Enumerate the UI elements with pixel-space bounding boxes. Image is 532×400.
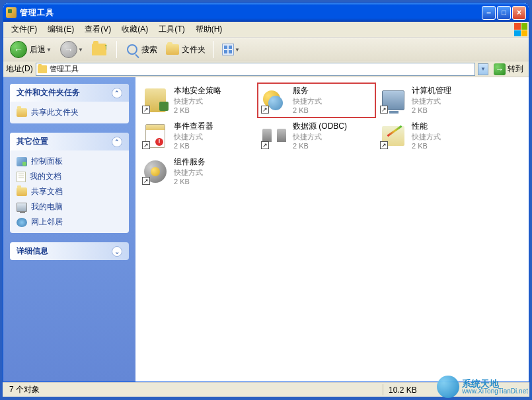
shortcut-overlay-icon: ↗ (142, 106, 150, 114)
maximize-button[interactable]: □ (497, 6, 511, 20)
go-arrow-icon: → (494, 63, 506, 75)
address-value: 管理工具 (50, 64, 79, 74)
sidebar: 文件和文件夹任务 ⌃ 共享此文件夹 其它位置 ⌃ (3, 77, 135, 382)
computer-icon (17, 203, 27, 212)
window-controls: – □ × (482, 6, 526, 20)
toolbar: ← 后退 ▼ → ▼ 搜索 文件夹 ▼ (3, 38, 529, 61)
places-title: 其它位置 (17, 136, 48, 147)
file-computer-management[interactable]: ↗ 计算机管理 快捷方式 2 KB (376, 83, 495, 118)
folders-label: 文件夹 (182, 44, 206, 55)
back-label: 后退 (30, 44, 46, 55)
menubar: 文件(F) 编辑(E) 查看(V) 收藏(A) 工具(T) 帮助(H) (3, 22, 529, 38)
collapse-icon[interactable]: ⌃ (112, 137, 122, 147)
tasks-panel: 文件和文件夹任务 ⌃ 共享此文件夹 (10, 84, 129, 123)
share-folder-icon (17, 108, 27, 117)
file-type: 快捷方式 (174, 96, 221, 106)
views-icon (222, 44, 234, 55)
shortcut-overlay-icon: ↗ (380, 106, 388, 114)
file-size: 2 KB (174, 177, 206, 186)
watermark-title: 系统天地 (462, 379, 528, 388)
forward-dropdown-icon[interactable]: ▼ (77, 47, 84, 53)
search-button[interactable]: 搜索 (122, 40, 160, 59)
views-dropdown-icon[interactable]: ▼ (234, 47, 241, 53)
file-name: 服务 (293, 86, 322, 96)
views-button[interactable]: ▼ (219, 42, 243, 57)
status-object-count: 7 个对象 (7, 384, 383, 395)
control-panel-icon (17, 157, 27, 166)
tasks-title: 文件和文件夹任务 (17, 87, 80, 98)
file-type: 快捷方式 (293, 96, 322, 106)
file-services[interactable]: ↗ 服务 快捷方式 2 KB (257, 83, 376, 118)
menu-help[interactable]: 帮助(H) (190, 22, 228, 37)
close-button[interactable]: × (512, 6, 526, 20)
toolbar-separator (213, 41, 214, 58)
titlebar[interactable]: 管理工具 – □ × (3, 3, 529, 22)
admin-tools-icon (6, 7, 17, 18)
collapse-icon[interactable]: ⌃ (112, 88, 122, 98)
menu-tools[interactable]: 工具(T) (153, 22, 190, 37)
go-button[interactable]: → 转到 (491, 62, 526, 77)
address-input[interactable]: 管理工具 (36, 63, 475, 76)
minimize-button[interactable]: – (482, 6, 496, 20)
file-event-viewer[interactable]: ↗ 事件查看器 快捷方式 2 KB (138, 118, 257, 154)
back-button[interactable]: ← 后退 ▼ (7, 39, 55, 60)
menu-favorites[interactable]: 收藏(A) (116, 22, 153, 37)
file-size: 2 KB (174, 141, 213, 150)
address-folder-icon (38, 65, 47, 73)
menu-edit[interactable]: 编辑(E) (42, 22, 79, 37)
share-folder-link[interactable]: 共享此文件夹 (17, 107, 122, 118)
shortcut-overlay-icon: ↗ (261, 141, 269, 149)
expand-icon[interactable]: ⌃ (112, 246, 122, 257)
file-type: 快捷方式 (412, 96, 451, 106)
up-button[interactable] (89, 40, 111, 59)
file-name: 本地安全策略 (174, 86, 221, 96)
share-folder-label: 共享此文件夹 (31, 107, 79, 118)
shortcut-overlay-icon: ↗ (261, 106, 269, 114)
details-panel: 详细信息 ⌃ (10, 242, 129, 260)
file-component-services[interactable]: ↗ 组件服务 快捷方式 2 KB (138, 154, 257, 189)
network-places-link[interactable]: 网上邻居 (17, 217, 122, 228)
address-dropdown-button[interactable]: ▼ (478, 63, 488, 75)
details-title: 详细信息 (17, 246, 48, 257)
control-panel-label: 控制面板 (31, 156, 63, 167)
shortcut-overlay-icon: ↗ (380, 141, 388, 149)
details-header[interactable]: 详细信息 ⌃ (10, 242, 129, 260)
my-documents-label: 我的文档 (30, 171, 61, 182)
file-size: 2 KB (293, 141, 347, 150)
network-icon (17, 218, 27, 227)
control-panel-link[interactable]: 控制面板 (17, 156, 122, 167)
folders-icon (166, 44, 179, 55)
file-local-security-policy[interactable]: ↗ 本地安全策略 快捷方式 2 KB (138, 83, 257, 118)
menu-view[interactable]: 查看(V) (79, 22, 116, 37)
my-documents-link[interactable]: 我的文档 (17, 171, 122, 182)
file-type: 快捷方式 (174, 132, 213, 141)
up-folder-icon (92, 44, 106, 55)
places-header[interactable]: 其它位置 ⌃ (10, 133, 129, 150)
file-name: 数据源 (ODBC) (293, 121, 347, 132)
file-name: 组件服务 (174, 157, 206, 168)
file-size: 2 KB (174, 106, 221, 115)
watermark-url: www.XiTongTianDi.net (462, 388, 528, 395)
back-arrow-icon: ← (10, 41, 27, 58)
folders-button[interactable]: 文件夹 (163, 40, 208, 59)
documents-icon (17, 172, 26, 182)
tasks-header[interactable]: 文件和文件夹任务 ⌃ (10, 84, 129, 102)
places-panel: 其它位置 ⌃ 控制面板 我的文档 共享文档 (10, 133, 129, 233)
menu-file[interactable]: 文件(F) (6, 22, 42, 37)
folder-icon (17, 187, 27, 196)
file-size: 2 KB (412, 106, 451, 115)
file-odbc-data-sources[interactable]: ↗ 数据源 (ODBC) 快捷方式 2 KB (257, 118, 376, 154)
explorer-window: 管理工具 – □ × 文件(F) 编辑(E) 查看(V) 收藏(A) 工具(T)… (3, 3, 529, 382)
addressbar: 地址(D) 管理工具 ▼ → 转到 (3, 61, 529, 77)
my-computer-link[interactable]: 我的电脑 (17, 201, 122, 213)
shared-documents-link[interactable]: 共享文档 (17, 186, 122, 197)
file-name: 事件查看器 (174, 121, 213, 132)
back-dropdown-icon[interactable]: ▼ (46, 47, 52, 53)
toolbar-separator (116, 41, 117, 58)
watermark: 系统天地 www.XiTongTianDi.net (437, 374, 532, 400)
file-performance[interactable]: ↗ 性能 快捷方式 2 KB (376, 118, 495, 154)
search-icon (127, 44, 137, 55)
forward-button[interactable]: → ▼ (57, 39, 87, 60)
watermark-globe-icon (437, 376, 459, 398)
files-area[interactable]: ↗ 本地安全策略 快捷方式 2 KB ↗ 服务 快捷方式 2 KB ↗ 计算机 (135, 77, 529, 382)
